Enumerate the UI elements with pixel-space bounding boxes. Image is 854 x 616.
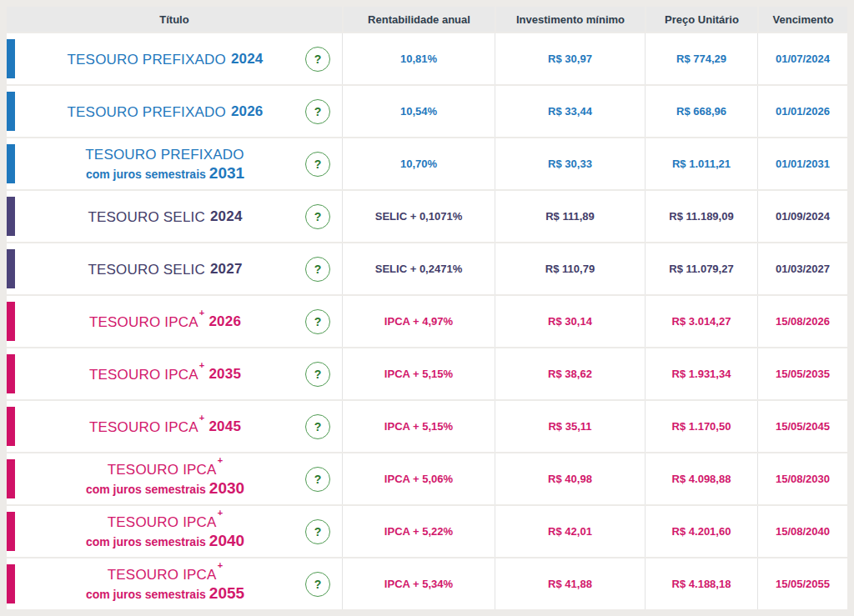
- min-investment-cell: R$ 40,98: [495, 453, 645, 504]
- bond-color-bar: [7, 564, 15, 603]
- annual-yield-cell: 10,81%: [342, 33, 495, 84]
- table-row: TESOURO PREFIXADO com juros semestrais20…: [7, 138, 847, 189]
- min-investment-cell: R$ 35,11: [495, 401, 645, 452]
- table-row: TESOURO PREFIXADO2026 ? 10,54% R$ 33,44 …: [7, 86, 847, 137]
- plus-superscript: +: [218, 508, 224, 518]
- unit-price-cell: R$ 4.098,88: [645, 453, 757, 504]
- table-row: TESOURO SELIC2027 ? SELIC + 0,2471% R$ 1…: [7, 243, 847, 294]
- min-investment-cell: R$ 42,01: [495, 506, 645, 557]
- unit-price-cell: R$ 668,96: [645, 86, 757, 137]
- maturity-date-cell: 15/08/2026: [757, 296, 847, 347]
- annual-yield-cell: IPCA + 5,34%: [342, 558, 495, 609]
- bond-title: TESOURO PREFIXADO com juros semestrais20…: [25, 145, 305, 183]
- bond-year: 2026: [208, 313, 241, 329]
- maturity-date-cell: 15/08/2030: [757, 453, 847, 504]
- bond-subtitle: com juros semestrais2030: [25, 479, 305, 498]
- unit-price-cell: R$ 11.079,27: [645, 243, 757, 294]
- bond-year: 2024: [210, 208, 243, 224]
- column-header-vencimento: Vencimento: [757, 7, 847, 32]
- bond-color-bar: [7, 144, 15, 183]
- min-investment-cell: R$ 33,44: [495, 86, 645, 137]
- bond-title: TESOURO PREFIXADO2024: [25, 50, 305, 68]
- table-row: TESOURO IPCA+ com juros semestrais2030 ?…: [7, 453, 847, 504]
- min-investment-cell: R$ 30,33: [495, 138, 645, 189]
- bond-name: TESOURO PREFIXADO: [25, 145, 305, 163]
- help-icon[interactable]: ?: [305, 362, 330, 387]
- question-mark-glyph: ?: [314, 211, 322, 223]
- help-icon[interactable]: ?: [305, 257, 330, 282]
- table-row: TESOURO IPCA+ com juros semestrais2055 ?…: [7, 558, 847, 609]
- unit-price-cell: R$ 774,29: [645, 33, 757, 84]
- table-row: TESOURO IPCA+2045 ? IPCA + 5,15% R$ 35,1…: [7, 401, 847, 452]
- plus-superscript: +: [199, 413, 205, 423]
- table-row: TESOURO IPCA+2026 ? IPCA + 4,97% R$ 30,1…: [7, 296, 847, 347]
- bond-title: TESOURO PREFIXADO2026: [25, 103, 305, 121]
- min-investment-cell: R$ 111,89: [495, 191, 645, 242]
- min-investment-cell: R$ 41,88: [495, 558, 645, 609]
- help-icon[interactable]: ?: [305, 309, 330, 334]
- plus-superscript: +: [218, 455, 224, 465]
- bond-color-bar: [7, 354, 15, 393]
- min-investment-cell: R$ 30,14: [495, 296, 645, 347]
- bond-price-table: Título Rentabilidade anual Investimento …: [0, 0, 854, 616]
- bond-title: TESOURO IPCA+2035: [25, 365, 305, 383]
- help-icon[interactable]: ?: [305, 152, 330, 177]
- bond-name: TESOURO IPCA+2045: [25, 418, 305, 436]
- bond-subtitle: com juros semestrais2040: [25, 532, 305, 550]
- unit-price-cell: R$ 4.188,18: [645, 558, 757, 609]
- bond-title: TESOURO SELIC2024: [25, 208, 305, 226]
- maturity-date-cell: 15/05/2045: [757, 401, 847, 452]
- question-mark-glyph: ?: [314, 368, 322, 380]
- question-mark-glyph: ?: [314, 473, 322, 485]
- plus-superscript: +: [218, 560, 224, 570]
- help-icon[interactable]: ?: [305, 47, 330, 72]
- unit-price-cell: R$ 1.931,34: [645, 348, 757, 399]
- bond-name: TESOURO PREFIXADO2024: [25, 50, 305, 68]
- help-icon[interactable]: ?: [305, 572, 330, 597]
- min-investment-cell: R$ 30,97: [495, 33, 645, 84]
- annual-yield-cell: 10,54%: [342, 86, 495, 137]
- bond-title-cell: TESOURO SELIC2027 ?: [7, 243, 342, 294]
- bond-year: 2030: [209, 479, 244, 497]
- bond-title: TESOURO SELIC2027: [25, 260, 305, 278]
- maturity-date-cell: 01/07/2024: [757, 33, 847, 84]
- help-icon[interactable]: ?: [305, 467, 330, 492]
- table-row: TESOURO PREFIXADO2024 ? 10,81% R$ 30,97 …: [7, 33, 847, 84]
- bond-year: 2055: [209, 584, 244, 602]
- maturity-date-cell: 15/05/2055: [757, 558, 847, 609]
- bond-title-cell: TESOURO PREFIXADO2026 ?: [7, 86, 342, 137]
- help-icon[interactable]: ?: [305, 204, 330, 229]
- help-icon[interactable]: ?: [305, 519, 330, 544]
- question-mark-glyph: ?: [314, 578, 322, 590]
- table-row: TESOURO SELIC2024 ? SELIC + 0,1071% R$ 1…: [7, 191, 847, 242]
- bond-title: TESOURO IPCA+2026: [25, 313, 305, 331]
- bond-color-bar: [7, 249, 15, 288]
- bond-title-cell: TESOURO IPCA+2045 ?: [7, 401, 342, 452]
- annual-yield-cell: SELIC + 0,2471%: [342, 243, 495, 294]
- bond-name: TESOURO IPCA+: [25, 513, 305, 531]
- plus-superscript: +: [199, 308, 205, 318]
- annual-yield-cell: IPCA + 5,22%: [342, 506, 495, 557]
- bond-title: TESOURO IPCA+2045: [25, 418, 305, 436]
- bond-year: 2031: [209, 164, 244, 182]
- column-header-investimento: Investimento mínimo: [495, 7, 645, 32]
- bond-year: 2024: [231, 51, 264, 67]
- bond-title: TESOURO IPCA+ com juros semestrais2030: [25, 460, 305, 498]
- help-icon[interactable]: ?: [305, 414, 330, 439]
- help-icon[interactable]: ?: [305, 99, 330, 124]
- bond-title: TESOURO IPCA+ com juros semestrais2040: [25, 513, 305, 550]
- bond-color-bar: [7, 459, 15, 498]
- maturity-date-cell: 15/08/2040: [757, 506, 847, 557]
- min-investment-cell: R$ 110,79: [495, 243, 645, 294]
- question-mark-glyph: ?: [314, 158, 322, 170]
- question-mark-glyph: ?: [314, 106, 322, 118]
- bond-title-cell: TESOURO PREFIXADO2024 ?: [7, 33, 342, 84]
- bond-name: TESOURO IPCA+: [25, 565, 305, 583]
- column-header-titulo: Título: [7, 7, 342, 32]
- min-investment-cell: R$ 38,62: [495, 348, 645, 399]
- bond-title-cell: TESOURO IPCA+ com juros semestrais2055 ?: [7, 558, 342, 609]
- annual-yield-cell: IPCA + 4,97%: [342, 296, 495, 347]
- bond-color-bar: [7, 407, 15, 446]
- unit-price-cell: R$ 1.170,50: [645, 401, 757, 452]
- bond-title-cell: TESOURO IPCA+ com juros semestrais2040 ?: [7, 506, 342, 557]
